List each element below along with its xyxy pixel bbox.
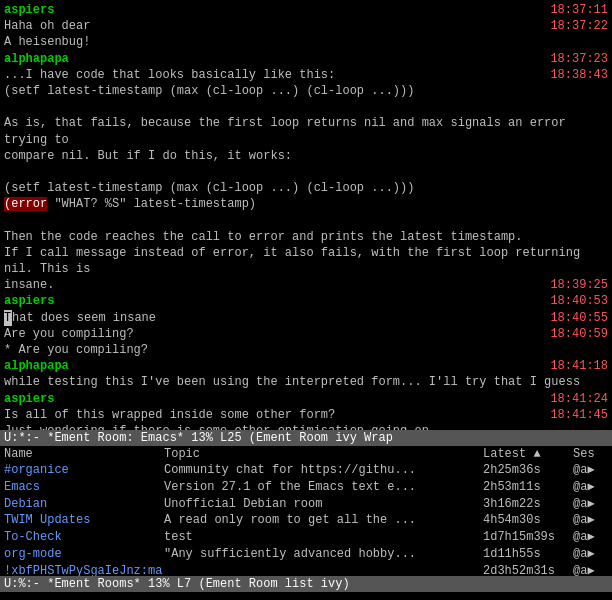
room-list-row[interactable]: #organiceCommunity chat for https://gith…: [0, 462, 612, 479]
room-ses: @a▶: [573, 563, 608, 576]
room-list-row[interactable]: org-mode"Any sufficiently advanced hobby…: [0, 546, 612, 563]
room-latest: 2h25m36s: [483, 462, 573, 479]
message-line: That does seem insane 18:40:55: [4, 310, 608, 326]
room-name[interactable]: To-Check: [4, 529, 164, 546]
message-text: Just wondering if there is some other op…: [4, 424, 429, 430]
timestamp: 18:37:23: [550, 51, 608, 67]
username[interactable]: aspiers: [4, 3, 54, 17]
room-link[interactable]: Emacs: [4, 480, 40, 494]
username[interactable]: aspiers: [4, 392, 54, 406]
room-list: Name Topic Latest ▲ Ses #organiceCommuni…: [0, 446, 612, 576]
room-latest: 1d11h55s: [483, 546, 573, 563]
message-line: Is all of this wrapped inside some other…: [4, 407, 608, 423]
room-ses: @a▶: [573, 529, 608, 546]
room-list-row[interactable]: To-Checktest1d7h15m39s@a▶: [0, 529, 612, 546]
message-line: insane. 18:39:25: [4, 277, 608, 293]
message-text: Is all of this wrapped inside some other…: [4, 408, 335, 422]
room-link[interactable]: To-Check: [4, 530, 62, 544]
room-name[interactable]: TWIM Updates: [4, 512, 164, 529]
room-name[interactable]: Emacs: [4, 479, 164, 496]
message-text: hat does seem insane: [12, 311, 156, 325]
room-topic: Unofficial Debian room: [164, 496, 483, 513]
room-list-row[interactable]: DebianUnofficial Debian room3h16m22s@a▶: [0, 496, 612, 513]
message-line: A heisenbug!: [4, 34, 608, 50]
room-latest: 3h16m22s: [483, 496, 573, 513]
message-line: As is, that fails, because the first loo…: [4, 115, 608, 147]
message-line: Then the code reaches the call to error …: [4, 229, 608, 245]
message-text: As is, that fails, because the first loo…: [4, 116, 566, 146]
header-ses: Ses: [573, 447, 608, 461]
room-topic: test: [164, 529, 483, 546]
room-list-row[interactable]: EmacsVersion 27.1 of the Emacs text e...…: [0, 479, 612, 496]
message-line: compare nil. But if I do this, it works:: [4, 148, 608, 164]
status-bar-top: U:*:- *Ement Room: Emacs* 13% L25 (Ement…: [0, 430, 612, 446]
timestamp: 18:40:59: [550, 326, 608, 342]
room-list-row[interactable]: !xbfPHSTwPySgaIeJnz:ma...2d3h52m31s@a▶: [0, 563, 612, 576]
room-link[interactable]: org-mode: [4, 547, 62, 561]
code-line: (setf latest-timestamp (max (cl-loop ...…: [4, 83, 608, 99]
username[interactable]: aspiers: [4, 294, 54, 308]
room-link[interactable]: Debian: [4, 497, 47, 511]
room-name[interactable]: org-mode: [4, 546, 164, 563]
message-text: * Are you compiling?: [4, 343, 148, 357]
room-ses: @a▶: [573, 546, 608, 563]
header-latest: Latest ▲: [483, 447, 573, 461]
message-text: Haha oh dear: [4, 19, 90, 33]
timestamp: 18:41:18: [550, 358, 608, 374]
timestamp: 18:37:22: [550, 18, 608, 34]
timestamp: 18:38:43: [550, 67, 608, 83]
message-line: ...I have code that looks basically like…: [4, 67, 608, 83]
message-group: aspiers 18:41:24: [4, 391, 608, 407]
message-text: Are you compiling?: [4, 327, 134, 341]
message-line: If I call message instead of error, it a…: [4, 245, 608, 277]
timestamp: 18:37:11: [550, 2, 608, 18]
cursor: T: [4, 310, 12, 326]
timestamp: 18:39:25: [550, 277, 608, 293]
chat-area: aspiers 18:37:11 Haha oh dear 18:37:22 A…: [0, 0, 612, 430]
room-topic: "Any sufficiently advanced hobby...: [164, 546, 483, 563]
username[interactable]: alphapapa: [4, 52, 69, 66]
room-list-row[interactable]: TWIM UpdatesA read only room to get all …: [0, 512, 612, 529]
message-line: [4, 99, 608, 115]
message-text: ...I have code that looks basically like…: [4, 68, 335, 82]
room-name[interactable]: Debian: [4, 496, 164, 513]
room-latest: 2h53m11s: [483, 479, 573, 496]
timestamp: 18:41:45: [550, 407, 608, 423]
room-name[interactable]: !xbfPHSTwPySgaIeJnz:ma...: [4, 563, 164, 576]
room-latest: 4h54m30s: [483, 512, 573, 529]
room-rows: #organiceCommunity chat for https://gith…: [0, 462, 612, 576]
status-bar-bottom: U:%:- *Ement Rooms* 13% L7 (Ement Room l…: [0, 576, 612, 592]
room-ses: @a▶: [573, 512, 608, 529]
room-topic: A read only room to get all the ...: [164, 512, 483, 529]
message-line: Are you compiling? 18:40:59: [4, 326, 608, 342]
status-bar-text: U:%:- *Ement Rooms* 13% L7 (Ement Room l…: [4, 577, 350, 591]
room-link[interactable]: TWIM Updates: [4, 513, 90, 527]
error-text: (error: [4, 197, 47, 211]
room-ses: @a▶: [573, 462, 608, 479]
room-ses: @a▶: [573, 479, 608, 496]
message-text: while testing this I've been using the i…: [4, 375, 580, 389]
room-name[interactable]: #organice: [4, 462, 164, 479]
room-list-header: Name Topic Latest ▲ Ses: [0, 446, 612, 462]
status-bar-text: U:*:- *Ement Room: Emacs* 13% L25 (Ement…: [4, 431, 393, 445]
room-latest: 2d3h52m31s: [483, 563, 573, 576]
code-line: (error "WHAT? %S" latest-timestamp): [4, 196, 608, 212]
room-latest: 1d7h15m39s: [483, 529, 573, 546]
message-line: [4, 212, 608, 228]
message-text: insane.: [4, 278, 54, 292]
room-ses: @a▶: [573, 496, 608, 513]
message-line: while testing this I've been using the i…: [4, 374, 608, 390]
message-text: Then the code reaches the call to error …: [4, 230, 522, 244]
code-text: "WHAT? %S" latest-timestamp): [47, 197, 256, 211]
timestamp: 18:40:55: [550, 310, 608, 326]
message-text: A heisenbug!: [4, 35, 90, 49]
message-group: alphapapa 18:37:23: [4, 51, 608, 67]
message-line: [4, 164, 608, 180]
header-topic: Topic: [164, 447, 483, 461]
code-text: (setf latest-timestamp (max (cl-loop ...…: [4, 181, 414, 195]
username[interactable]: alphapapa: [4, 359, 69, 373]
room-topic: [164, 563, 483, 576]
room-link[interactable]: #organice: [4, 463, 69, 477]
message-line: Just wondering if there is some other op…: [4, 423, 608, 430]
room-link[interactable]: !xbfPHSTwPySgaIeJnz:ma...: [4, 564, 164, 576]
